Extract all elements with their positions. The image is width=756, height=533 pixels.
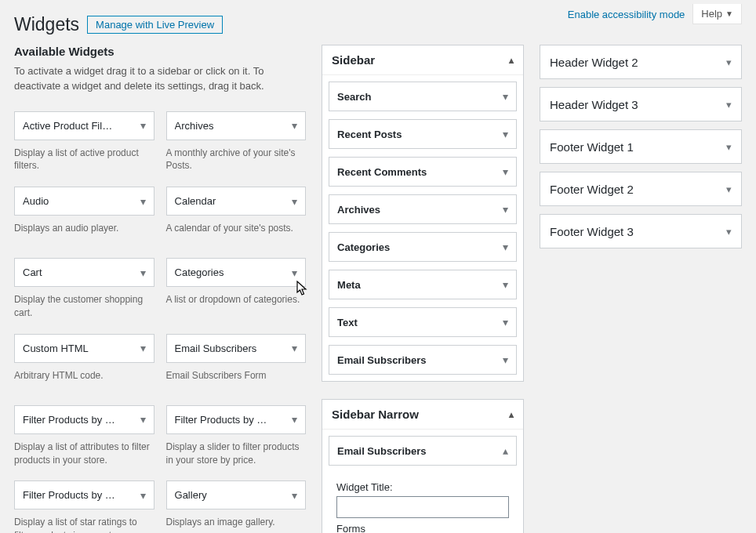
available-widget[interactable]: Custom HTML ▾ bbox=[14, 334, 154, 363]
available-widget-desc: A list or dropdown of categories. bbox=[166, 293, 307, 315]
placed-widget-name: Meta bbox=[337, 279, 361, 291]
chevron-down-icon: ▾ bbox=[292, 266, 297, 279]
available-widget-name: Audio bbox=[23, 195, 49, 207]
widget-area-header-widget-3[interactable]: Header Widget 3 ▾ bbox=[540, 87, 742, 121]
widget-area-footer-widget-2[interactable]: Footer Widget 2 ▾ bbox=[540, 172, 742, 206]
placed-widget-open[interactable]: Email Subscribers ▴ bbox=[329, 436, 517, 466]
widget-forms-label: Forms bbox=[336, 523, 509, 533]
chevron-down-icon: ▾ bbox=[726, 183, 732, 195]
available-widget[interactable]: Gallery ▾ bbox=[166, 480, 307, 509]
chevron-down-icon: ▾ bbox=[140, 119, 146, 132]
placed-widget-name: Email Subscribers bbox=[337, 354, 426, 366]
placed-widget-name: Text bbox=[337, 317, 358, 328]
chevron-down-icon: ▾ bbox=[503, 354, 508, 366]
placed-widget[interactable]: Text ▾ bbox=[329, 307, 517, 337]
available-widget-desc: Displays an image gallery. bbox=[166, 516, 307, 533]
placed-widget-name: Categories bbox=[337, 241, 390, 253]
chevron-down-icon: ▾ bbox=[503, 203, 508, 216]
chevron-down-icon: ▾ bbox=[292, 119, 297, 132]
chevron-down-icon: ▾ bbox=[726, 56, 732, 68]
widget-area-title: Header Widget 3 bbox=[550, 98, 638, 111]
placed-widget[interactable]: Meta ▾ bbox=[329, 270, 517, 299]
page-title: Widgets bbox=[14, 14, 79, 35]
widget-area-header[interactable]: Sidebar Narrow ▴ bbox=[322, 400, 523, 430]
available-widget[interactable]: Email Subscribers ▾ bbox=[166, 334, 307, 363]
available-widget[interactable]: Active Product Fil… ▾ bbox=[14, 111, 154, 140]
placed-widget[interactable]: Categories ▾ bbox=[329, 232, 517, 262]
widget-area-footer-widget-3[interactable]: Footer Widget 3 ▾ bbox=[540, 214, 742, 248]
chevron-down-icon: ▾ bbox=[503, 128, 508, 140]
placed-widget-name: Recent Comments bbox=[337, 166, 427, 178]
available-widget[interactable]: Filter Products by … ▾ bbox=[14, 480, 154, 509]
help-tab[interactable]: Help ▼ bbox=[692, 4, 742, 24]
available-widget-desc: Displays an audio player. bbox=[14, 222, 154, 244]
available-widget[interactable]: Categories ▾ bbox=[166, 258, 307, 287]
placed-widget[interactable]: Recent Comments ▾ bbox=[329, 157, 517, 187]
available-widget-name: Active Product Fil… bbox=[23, 120, 112, 132]
available-widget-name: Gallery bbox=[175, 489, 207, 501]
placed-widget-name: Email Subscribers bbox=[337, 445, 426, 457]
chevron-down-icon: ▾ bbox=[140, 413, 146, 426]
available-widget-name: Filter Products by … bbox=[175, 414, 267, 426]
chevron-down-icon: ▾ bbox=[726, 141, 732, 153]
available-widget-name: Categories bbox=[175, 266, 224, 278]
chevron-down-icon: ▾ bbox=[292, 342, 297, 354]
available-widget-name: Archives bbox=[175, 120, 214, 132]
chevron-up-icon: ▴ bbox=[509, 409, 514, 420]
available-widget[interactable]: Filter Products by … ▾ bbox=[14, 405, 154, 434]
available-widgets-panel: Available Widgets To activate a widget d… bbox=[14, 45, 306, 533]
available-widget[interactable]: Filter Products by … ▾ bbox=[166, 405, 307, 434]
available-widget-name: Custom HTML bbox=[23, 343, 89, 354]
widget-area-title: Footer Widget 1 bbox=[550, 140, 634, 154]
chevron-down-icon: ▼ bbox=[725, 9, 733, 18]
widget-area-footer-widget-1[interactable]: Footer Widget 1 ▾ bbox=[540, 129, 742, 164]
available-widget[interactable]: Audio ▾ bbox=[14, 187, 154, 216]
chevron-down-icon: ▾ bbox=[292, 195, 297, 208]
widget-area-header[interactable]: Sidebar ▴ bbox=[322, 45, 523, 75]
available-widget-desc: Display the customer shopping cart. bbox=[14, 293, 154, 320]
available-widget-desc: A monthly archive of your site's Posts. bbox=[166, 147, 307, 173]
available-widget-desc: Email Subscribers Form bbox=[166, 369, 307, 391]
chevron-down-icon: ▾ bbox=[140, 489, 146, 502]
placed-widget-name: Search bbox=[337, 91, 371, 103]
available-widget[interactable]: Cart ▾ bbox=[14, 258, 154, 287]
available-widget-name: Calendar bbox=[175, 195, 216, 207]
placed-widget[interactable]: Archives ▾ bbox=[329, 194, 517, 224]
enable-accessibility-link[interactable]: Enable accessibility mode bbox=[568, 9, 685, 20]
widget-area-header-widget-2[interactable]: Header Widget 2 ▾ bbox=[540, 45, 742, 79]
widget-title-input[interactable] bbox=[336, 496, 509, 518]
available-widget[interactable]: Calendar ▾ bbox=[166, 187, 307, 216]
widget-area-title: Footer Widget 3 bbox=[550, 225, 634, 238]
widget-area-sidebar-narrow: Sidebar Narrow ▴ Email Subscribers ▴ Wid… bbox=[322, 399, 524, 533]
available-widget-desc: Display a list of star ratings to filter… bbox=[14, 516, 154, 533]
placed-widget[interactable]: Email Subscribers ▾ bbox=[329, 345, 517, 375]
chevron-down-icon: ▾ bbox=[503, 90, 508, 103]
available-widget-name: Email Subscribers bbox=[175, 343, 257, 354]
widget-title-label: Widget Title: bbox=[336, 481, 509, 493]
chevron-down-icon: ▾ bbox=[726, 99, 732, 111]
help-tab-label: Help bbox=[701, 8, 722, 20]
available-widget-desc: A calendar of your site's posts. bbox=[166, 222, 307, 244]
placed-widget-name: Archives bbox=[337, 204, 380, 216]
manage-live-preview-button[interactable]: Manage with Live Preview bbox=[87, 16, 223, 34]
available-widget-name: Cart bbox=[23, 266, 42, 278]
chevron-down-icon: ▾ bbox=[292, 413, 297, 426]
chevron-down-icon: ▾ bbox=[503, 241, 508, 253]
placed-widget-name: Recent Posts bbox=[337, 129, 402, 140]
placed-widget[interactable]: Recent Posts ▾ bbox=[329, 119, 517, 149]
chevron-up-icon: ▴ bbox=[509, 55, 514, 66]
chevron-down-icon: ▾ bbox=[140, 342, 146, 354]
available-widget-desc: Display a list of active product filters… bbox=[14, 147, 154, 173]
chevron-down-icon: ▾ bbox=[726, 226, 732, 237]
placed-widget[interactable]: Search ▾ bbox=[329, 82, 517, 111]
widget-area-title: Sidebar bbox=[332, 53, 375, 67]
available-widget-desc: Display a slider to filter products in y… bbox=[166, 441, 307, 467]
chevron-up-icon: ▴ bbox=[503, 444, 508, 457]
available-widgets-description: To activate a widget drag it to a sideba… bbox=[14, 64, 306, 94]
available-widget-desc: Display a list of attributes to filter p… bbox=[14, 441, 154, 467]
available-widget-name: Filter Products by … bbox=[23, 414, 115, 426]
available-widget[interactable]: Archives ▾ bbox=[166, 111, 307, 140]
available-widget-desc: Arbitrary HTML code. bbox=[14, 369, 154, 391]
widget-area-sidebar: Sidebar ▴ Search ▾ Recent Posts ▾ Recent… bbox=[322, 45, 524, 382]
chevron-down-icon: ▾ bbox=[292, 489, 297, 502]
